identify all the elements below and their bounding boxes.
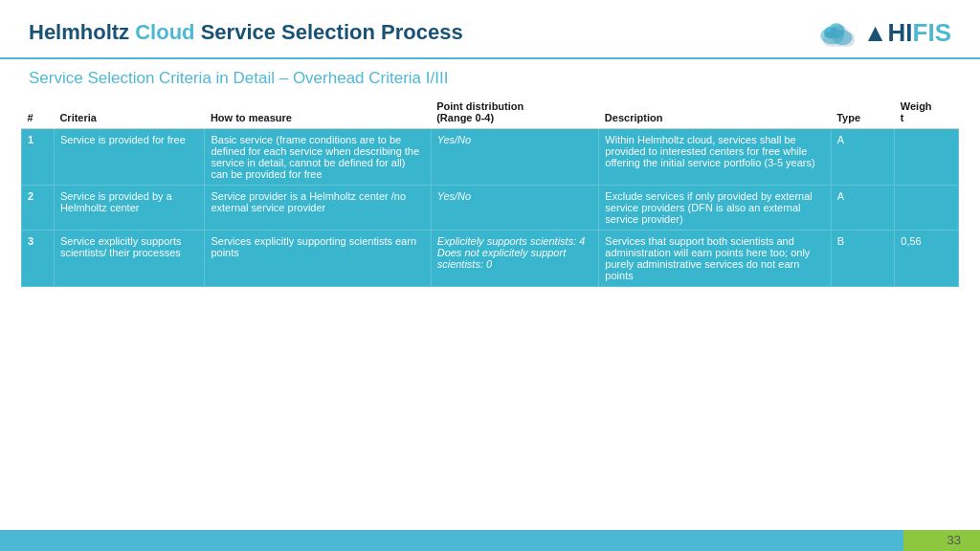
logo: ▲HIFIS (815, 17, 951, 48)
title-helmholtz: Helmholtz (29, 20, 135, 44)
cell-weight-3: 0,56 (895, 231, 959, 287)
subtitle: Service Selection Criteria in Detail – O… (0, 59, 980, 96)
title-cloud: Cloud (135, 20, 194, 44)
cell-num-3: 3 (22, 231, 55, 287)
table-row: 2 Service is provided by a Helmholtz cen… (22, 186, 959, 231)
col-header-num: # (22, 96, 55, 129)
col-header-desc: Description (599, 96, 831, 129)
cloud-icon (815, 17, 858, 48)
cell-desc-1: Within Helmholtz cloud, services shall b… (599, 129, 831, 186)
table-container: # Criteria How to measure Point distribu… (0, 96, 980, 543)
slide: Helmholtz Cloud Service Selection Proces… (0, 0, 980, 551)
title-rest: Service Selection Process (195, 20, 463, 44)
cell-num-2: 2 (22, 186, 55, 231)
criteria-table: # Criteria How to measure Point distribu… (21, 96, 959, 287)
footer-bar (0, 530, 980, 551)
table-row: 1 Service is provided for free Basic ser… (22, 129, 959, 186)
col-header-criteria: Criteria (54, 96, 205, 129)
cell-points-1: Yes/No (431, 129, 599, 186)
footer-bar-teal (0, 530, 903, 551)
cell-num-1: 1 (22, 129, 55, 186)
footer: 33 (0, 543, 980, 551)
page-number: 33 (947, 533, 961, 547)
cell-desc-3: Services that support both scientists an… (599, 231, 831, 287)
cell-points-2: Yes/No (431, 186, 599, 231)
cell-criteria-1: Service is provided for free (54, 129, 205, 186)
cell-desc-2: Exclude services if only provided by ext… (599, 186, 831, 231)
cell-criteria-3: Service explicitly supports scientists/ … (54, 231, 205, 287)
col-header-measure: How to measure (205, 96, 431, 129)
cell-criteria-2: Service is provided by a Helmholtz cente… (54, 186, 205, 231)
cell-measure-3: Services explicitly supporting scientist… (205, 231, 431, 287)
col-header-weight: Weight (895, 96, 959, 129)
cell-type-1: A (831, 129, 895, 186)
logo-text: ▲HIFIS (863, 18, 951, 48)
cell-weight-2 (895, 186, 959, 231)
col-header-points: Point distribution(Range 0-4) (431, 96, 599, 129)
table-row: 3 Service explicitly supports scientists… (22, 231, 959, 287)
cell-type-2: A (831, 186, 895, 231)
header-title: Helmholtz Cloud Service Selection Proces… (29, 20, 463, 45)
table-header-row: # Criteria How to measure Point distribu… (22, 96, 959, 129)
header: Helmholtz Cloud Service Selection Proces… (0, 0, 980, 59)
cell-weight-1 (895, 129, 959, 186)
cell-type-3: B (831, 231, 895, 287)
footer-bar-green (903, 530, 980, 551)
col-header-type: Type (831, 96, 895, 129)
cell-measure-2: Service provider is a Helmholtz center /… (205, 186, 431, 231)
cell-measure-1: Basic service (frame conditions are to b… (205, 129, 431, 186)
cell-points-3: Explicitely supports scientists: 4Does n… (431, 231, 599, 287)
